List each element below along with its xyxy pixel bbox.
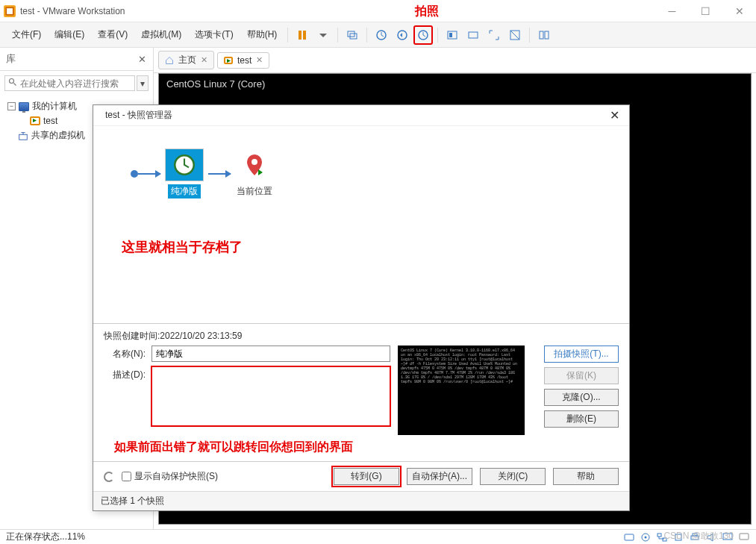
keep-button[interactable]: 保留(K) — [544, 367, 619, 384]
snapshot-current-node[interactable]: 当前位置 — [231, 149, 278, 198]
snapshot-arrow-icon — [208, 173, 231, 175]
tab-vm-close-icon[interactable]: ✕ — [256, 55, 263, 65]
snapshot-start-dot — [131, 170, 138, 178]
app-icon — [4, 5, 16, 17]
menu-file[interactable]: 文件(F) — [6, 22, 47, 47]
home-icon — [165, 56, 174, 65]
menu-tabs[interactable]: 选项卡(T) — [189, 22, 239, 47]
svg-rect-0 — [6, 7, 13, 15]
close-dialog-button[interactable]: 关闭(C) — [480, 468, 546, 485]
toolbar-snapshot-revert-icon[interactable] — [393, 25, 412, 45]
menu-bar: 文件(F) 编辑(E) 查看(V) 虚拟机(M) 选项卡(T) 帮助(H) — [0, 22, 756, 48]
svg-rect-19 — [625, 534, 634, 540]
tab-home-close-icon[interactable]: ✕ — [201, 55, 207, 65]
svg-point-18 — [252, 159, 257, 165]
dialog-title: test - 快照管理器 — [105, 109, 172, 122]
annotation-top: 拍照 — [415, 4, 439, 19]
toolbar-library-icon[interactable] — [534, 25, 554, 45]
snapshot-created-time: 快照创建时间:2022/10/20 23:13:59 — [104, 330, 619, 343]
snapshot-clock-icon — [165, 148, 204, 181]
toolbar-console-icon[interactable] — [463, 25, 483, 45]
tree-root-label: 我的计算机 — [32, 100, 77, 113]
snapshot-arrow-icon — [138, 173, 160, 175]
tab-home[interactable]: 主页 ✕ — [158, 51, 214, 69]
search-input-wrap[interactable] — [4, 75, 135, 91]
current-position-label: 当前位置 — [237, 185, 272, 198]
sidebar-title: 库 — [6, 52, 16, 66]
clone-button[interactable]: 克隆(O)... — [544, 389, 619, 406]
search-dropdown-icon[interactable]: ▾ — [137, 75, 149, 91]
dialog-status: 已选择 1 个快照 — [93, 491, 629, 510]
snapshot-name-input[interactable] — [151, 346, 390, 362]
status-disk-icon[interactable] — [623, 532, 635, 543]
svg-rect-10 — [469, 32, 478, 38]
close-button[interactable]: ✕ — [722, 0, 756, 22]
svg-rect-2 — [303, 31, 306, 40]
name-label: 名称(N): — [104, 346, 146, 360]
vm-icon — [224, 57, 233, 64]
snapshot-desc-input[interactable] — [151, 366, 390, 426]
current-position-icon — [235, 149, 274, 182]
svg-rect-9 — [449, 33, 452, 37]
snapshot-node-selected[interactable]: 纯净版 — [160, 148, 208, 198]
svg-rect-15 — [19, 134, 28, 140]
status-message-icon[interactable] — [738, 532, 750, 543]
console-line: CentOS Linux 7 (Core) — [166, 78, 265, 90]
status-bar: 正在保存状态...11% — [0, 529, 756, 544]
take-snapshot-button[interactable]: 拍摄快照(T)... — [544, 346, 619, 363]
menu-help[interactable]: 帮助(H) — [241, 22, 284, 47]
maximize-button[interactable]: ☐ — [689, 0, 722, 22]
search-input[interactable] — [20, 78, 131, 89]
sidebar-close-icon[interactable]: ✕ — [137, 54, 147, 64]
toolbar-fit-icon[interactable] — [443, 25, 462, 45]
toolbar-unity-icon[interactable] — [505, 25, 525, 45]
toolbar-snapshot-manager-icon[interactable] — [413, 25, 433, 45]
search-icon — [8, 78, 17, 89]
dialog-title-bar[interactable]: test - 快照管理器 ✕ — [93, 105, 629, 126]
collapse-icon[interactable]: − — [7, 102, 16, 110]
tabs-row: 主页 ✕ test ✕ — [154, 48, 756, 73]
toolbar-pause-icon[interactable] — [293, 25, 312, 45]
goto-button[interactable]: 转到(G) — [334, 468, 399, 485]
svg-point-21 — [645, 536, 647, 538]
svg-rect-22 — [657, 534, 661, 537]
svg-point-14 — [10, 79, 14, 84]
shared-icon — [18, 131, 28, 141]
show-auto-checkbox-input[interactable] — [122, 472, 131, 481]
snapshot-manager-dialog: test - 快照管理器 ✕ 纯净版 当前位置 这里就相当于存档了 — [93, 104, 630, 511]
show-auto-checkbox[interactable]: 显示自动保护快照(S) — [122, 470, 218, 483]
snapshot-preview: CentOS Linux 7 (Core) Kernel 3.10.0-1160… — [398, 346, 525, 435]
svg-rect-1 — [299, 31, 302, 40]
svg-rect-12 — [540, 31, 543, 39]
autoprotect-icon — [104, 472, 114, 482]
annotation-bot: 如果前面出错了就可以跳转回你想回到的界面 — [114, 440, 619, 455]
tree-vm-label: test — [43, 116, 57, 126]
show-auto-label: 显示自动保护快照(S) — [134, 470, 218, 483]
toolbar-send-icon[interactable] — [343, 25, 362, 45]
vm-icon — [30, 116, 40, 125]
minimize-button[interactable]: ─ — [655, 0, 689, 22]
window-title: test - VMware Workstation — [20, 6, 125, 16]
title-bar: test - VMware Workstation ─ ☐ ✕ — [0, 0, 756, 22]
menu-view[interactable]: 查看(V) — [92, 22, 134, 47]
toolbar-stretch-icon[interactable] — [484, 25, 504, 45]
status-cd-icon[interactable] — [640, 532, 652, 543]
tab-vm-label: test — [237, 55, 252, 66]
svg-rect-13 — [545, 31, 549, 39]
tab-vm[interactable]: test ✕ — [217, 52, 269, 69]
tab-home-label: 主页 — [178, 54, 196, 66]
help-button[interactable]: 帮助 — [553, 468, 619, 485]
delete-button[interactable]: 删除(E) — [544, 410, 619, 428]
snapshot-name-label: 纯净版 — [168, 184, 201, 198]
dialog-close-icon[interactable]: ✕ — [607, 108, 622, 123]
toolbar-snapshot-take-icon[interactable] — [372, 25, 391, 45]
autoprotect-button[interactable]: 自动保护(A)... — [407, 468, 472, 485]
toolbar-dropdown-icon[interactable] — [313, 25, 333, 45]
menu-edit[interactable]: 编辑(E) — [49, 22, 90, 47]
computer-icon — [19, 102, 29, 111]
svg-rect-28 — [740, 534, 749, 540]
snapshot-canvas[interactable]: 纯净版 当前位置 这里就相当于存档了 — [93, 126, 629, 323]
status-text: 正在保存状态...11% — [6, 531, 85, 543]
menu-vm[interactable]: 虚拟机(M) — [135, 22, 187, 47]
watermark: CSDN @敢敢130 — [663, 530, 734, 543]
